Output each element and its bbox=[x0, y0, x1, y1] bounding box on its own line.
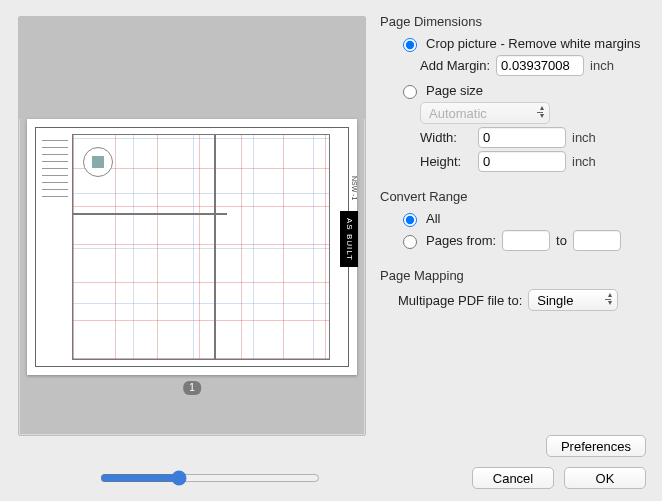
all-radio-label: All bbox=[426, 211, 440, 226]
convert-range-group: Convert Range All Pages from: to bbox=[380, 189, 646, 254]
chevron-updown-icon: ▴▾ bbox=[540, 104, 544, 120]
height-unit: inch bbox=[572, 154, 596, 169]
preview-panel: NSW -1 AS BUILT 1 bbox=[0, 0, 376, 501]
add-margin-input[interactable] bbox=[496, 55, 584, 76]
chevron-updown-icon: ▴▾ bbox=[608, 291, 612, 307]
page-size-select[interactable]: Automatic bbox=[420, 102, 550, 124]
pdf-export-dialog: NSW -1 AS BUILT 1 Page Dimensions Crop p… bbox=[0, 0, 662, 501]
preview-gutter bbox=[19, 17, 365, 119]
page-size-radio[interactable] bbox=[403, 85, 417, 99]
page-dimensions-group: Page Dimensions Crop picture - Remove wh… bbox=[380, 14, 646, 175]
pages-to-label: to bbox=[556, 233, 567, 248]
all-radio[interactable] bbox=[403, 213, 417, 227]
sheet-sub-label: NSW -1 bbox=[351, 176, 358, 201]
height-label: Height: bbox=[420, 154, 472, 169]
settings-panel: Page Dimensions Crop picture - Remove wh… bbox=[376, 0, 662, 501]
sheet-side-label: AS BUILT bbox=[340, 211, 358, 267]
page-dimensions-label: Page Dimensions bbox=[380, 14, 646, 29]
width-unit: inch bbox=[572, 130, 596, 145]
height-input[interactable] bbox=[478, 151, 566, 172]
convert-range-label: Convert Range bbox=[380, 189, 646, 204]
title-block bbox=[42, 134, 68, 360]
multipage-label: Multipage PDF file to: bbox=[398, 293, 522, 308]
add-margin-label: Add Margin: bbox=[420, 58, 490, 73]
floorplan-drawing bbox=[72, 134, 330, 360]
add-margin-unit: inch bbox=[590, 58, 614, 73]
zoom-slider[interactable] bbox=[100, 470, 320, 486]
preview-frame: NSW -1 AS BUILT 1 bbox=[18, 16, 366, 436]
crop-radio[interactable] bbox=[403, 38, 417, 52]
page-badge: 1 bbox=[183, 381, 201, 395]
crop-radio-label: Crop picture - Remove white margins bbox=[426, 36, 641, 51]
width-input[interactable] bbox=[478, 127, 566, 148]
preview-sheet: NSW -1 AS BUILT bbox=[27, 119, 357, 375]
pages-from-input[interactable] bbox=[502, 230, 550, 251]
pages-from-label: Pages from: bbox=[426, 233, 496, 248]
width-label: Width: bbox=[420, 130, 472, 145]
dialog-footer: Preferences Cancel OK bbox=[380, 435, 646, 489]
pages-from-radio[interactable] bbox=[403, 235, 417, 249]
page-size-radio-label: Page size bbox=[426, 83, 483, 98]
preferences-button[interactable]: Preferences bbox=[546, 435, 646, 457]
multipage-select[interactable]: Single bbox=[528, 289, 618, 311]
sheet-border: NSW -1 AS BUILT bbox=[35, 127, 349, 367]
cancel-button[interactable]: Cancel bbox=[472, 467, 554, 489]
pages-to-input[interactable] bbox=[573, 230, 621, 251]
ok-button[interactable]: OK bbox=[564, 467, 646, 489]
north-arrow-icon bbox=[83, 147, 113, 177]
page-mapping-label: Page Mapping bbox=[380, 268, 646, 283]
page-mapping-group: Page Mapping Multipage PDF file to: Sing… bbox=[380, 268, 646, 314]
